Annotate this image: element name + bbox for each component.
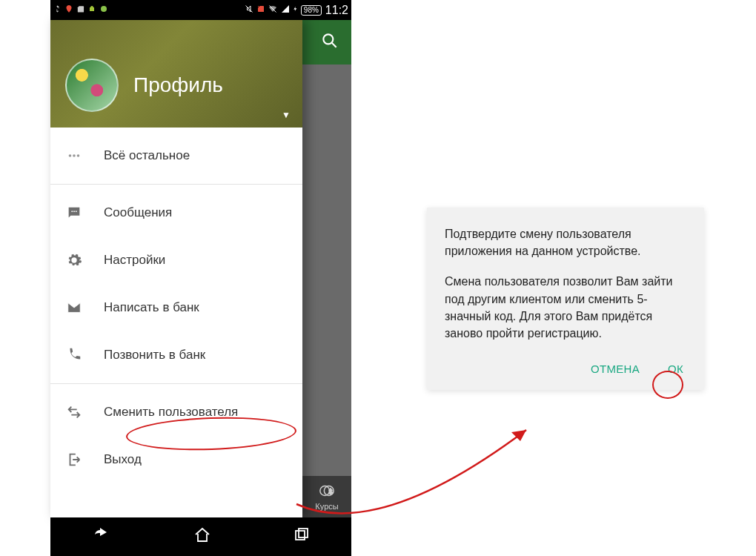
- dialog-text-2: Смена пользователя позволит Вам зайти по…: [445, 273, 686, 342]
- dialog-actions: ОТМЕНА ОК: [445, 355, 686, 380]
- menu-label: Позвонить в банк: [104, 348, 205, 363]
- no-sim-icon: [256, 4, 265, 16]
- recent-button[interactable]: [292, 526, 311, 547]
- svg-point-5: [69, 154, 72, 157]
- mute-icon: [244, 4, 254, 16]
- gear-icon: [64, 252, 84, 268]
- charging-icon: [293, 4, 299, 16]
- svg-rect-12: [299, 529, 308, 537]
- usb-icon: [53, 4, 62, 16]
- dialog-text-1: Подтвердите смену пользователя приложени…: [445, 225, 686, 259]
- phone-icon: [64, 347, 84, 363]
- menu-label: Написать в банк: [104, 300, 199, 315]
- menu-label: Сообщения: [104, 205, 172, 220]
- swap-icon: [64, 404, 84, 420]
- location-icon: [64, 4, 73, 16]
- currency-icon: $: [319, 483, 335, 500]
- status-left-icons: [53, 4, 108, 16]
- phone-frame: 98% 11:2 $ Курсы Профиль ▼ Всё остальное: [50, 0, 351, 556]
- mail-icon: [64, 299, 84, 316]
- sim-icon: [76, 4, 84, 16]
- back-button[interactable]: [90, 526, 113, 547]
- menu-label: Всё остальное: [104, 148, 190, 163]
- menu-item-settings[interactable]: Настройки: [50, 236, 302, 284]
- menu-item-call-bank[interactable]: Позвонить в банк: [50, 331, 302, 379]
- more-icon: [64, 148, 84, 164]
- avatar[interactable]: [65, 59, 119, 112]
- svg-point-9: [73, 211, 75, 212]
- chevron-down-icon[interactable]: ▼: [282, 110, 291, 120]
- divider: [50, 383, 302, 384]
- drawer-title: Профиль: [133, 73, 223, 97]
- status-right-icons: 98% 11:2: [244, 4, 348, 17]
- ok-button[interactable]: ОК: [665, 358, 686, 380]
- svg-point-10: [76, 211, 77, 212]
- svg-rect-11: [296, 531, 305, 540]
- battery-level: 98%: [301, 5, 322, 16]
- svg-point-7: [77, 154, 80, 157]
- menu-label: Выход: [104, 452, 142, 467]
- svg-point-1: [323, 34, 333, 44]
- bottom-tab-label: Курсы: [315, 502, 338, 511]
- status-bar: 98% 11:2: [50, 0, 351, 20]
- chat-icon: [64, 205, 84, 221]
- svg-text:$: $: [329, 489, 333, 495]
- signal-icon: [280, 4, 291, 16]
- bottom-tab-rates[interactable]: $ Курсы: [302, 476, 351, 517]
- menu-item-switch-user[interactable]: Сменить пользователя: [50, 388, 302, 436]
- menu-item-exit[interactable]: Выход: [50, 436, 302, 483]
- clock: 11:2: [325, 4, 348, 17]
- menu-item-messages[interactable]: Сообщения: [50, 189, 302, 236]
- confirm-dialog: Подтвердите смену пользователя приложени…: [427, 208, 704, 390]
- logout-icon: [64, 451, 84, 468]
- svg-point-6: [73, 154, 76, 157]
- android-icon: [87, 4, 96, 16]
- search-icon[interactable]: [320, 31, 339, 53]
- menu-item-write-bank[interactable]: Написать в банк: [50, 284, 302, 331]
- menu-item-other[interactable]: Всё остальное: [50, 132, 302, 179]
- cancel-button[interactable]: ОТМЕНА: [588, 358, 643, 380]
- nav-drawer: Профиль ▼ Всё остальное Сообщения: [50, 20, 302, 517]
- robot-icon: [99, 4, 108, 16]
- home-button[interactable]: [193, 526, 212, 547]
- android-nav-bar: [50, 517, 351, 556]
- menu-label: Настройки: [104, 253, 165, 268]
- drawer-menu: Всё остальное Сообщения Настройки На: [50, 128, 302, 483]
- drawer-header[interactable]: Профиль ▼: [50, 20, 302, 128]
- menu-label: Сменить пользователя: [104, 405, 238, 420]
- svg-point-8: [71, 211, 73, 212]
- svg-point-0: [101, 6, 107, 12]
- wifi-off-icon: [268, 4, 278, 16]
- divider: [50, 184, 302, 185]
